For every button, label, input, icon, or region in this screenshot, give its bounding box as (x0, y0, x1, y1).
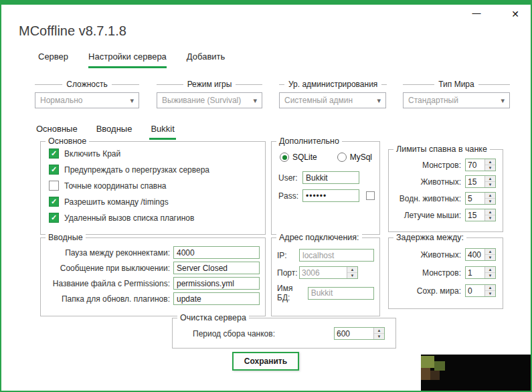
spinner-value[interactable]: 15 (466, 209, 484, 221)
update-folder-input[interactable]: update (173, 292, 260, 305)
checkbox-row-overload-warn[interactable]: ✓ Предупреждать о перегрузках сервера (49, 165, 265, 175)
spin-up-icon[interactable]: ▲ (485, 159, 495, 165)
field-label: Пауза между реконнектами: (46, 248, 173, 258)
monsters-delay-spinner[interactable]: 1 ▲ ▼ (465, 266, 496, 279)
spin-down-icon[interactable]: ▼ (485, 273, 495, 278)
spin-down-icon[interactable]: ▼ (485, 291, 495, 296)
radio-button[interactable] (280, 153, 289, 162)
minimize-icon[interactable]: — (470, 6, 482, 18)
checkbox[interactable]: ✓ (49, 165, 59, 175)
checkbox[interactable]: ✓ (49, 181, 59, 191)
checkbox[interactable]: ✓ (49, 213, 59, 223)
difficulty-select[interactable]: Нормально ▾ (35, 92, 139, 108)
checkbox-row-timings[interactable]: ✓ Разрешить команду /timings (49, 197, 265, 207)
checkbox[interactable]: ✓ (49, 197, 59, 207)
chevron-down-icon: ▾ (501, 96, 505, 105)
gamemode-value: Выживание (Survival) (162, 96, 241, 105)
spin-down-icon[interactable]: ▼ (374, 334, 384, 339)
spinner-value[interactable]: 3006 (300, 267, 347, 278)
spinner-value[interactable]: 600 (335, 328, 373, 339)
group-delays: Задержка между: Животных: 400 ▲ ▼ Монстр… (388, 237, 503, 309)
spinner-value[interactable]: 0 (466, 285, 484, 296)
animals-limit-spinner[interactable]: 15 ▲ ▼ (465, 175, 496, 188)
radio-sqlite[interactable]: SQLite (280, 153, 317, 162)
chunk-collect-spinner[interactable]: 600 ▲ ▼ (334, 327, 385, 340)
monsters-limit-spinner[interactable]: 70 ▲ ▼ (465, 159, 496, 171)
spin-up-icon[interactable]: ▲ (485, 249, 495, 255)
world-type-select[interactable]: Стандартный ▾ (403, 92, 510, 108)
spin-up-icon[interactable]: ▲ (347, 267, 357, 273)
checkbox-label: Разрешить команду /timings (64, 197, 169, 207)
spin-down-icon[interactable]: ▼ (485, 199, 495, 204)
spin-down-icon[interactable]: ▼ (485, 165, 495, 171)
checkbox-row-exact-spawn[interactable]: ✓ Точные координаты спавна (49, 181, 265, 191)
tab-server-settings[interactable]: Настройки сервера (88, 52, 167, 68)
radio-button[interactable] (337, 153, 347, 162)
animals-delay-spinner[interactable]: 400 ▲ ▼ (465, 248, 496, 261)
spinner-value[interactable]: 5 (466, 193, 484, 204)
water-animals-limit-spinner[interactable]: 5 ▲ ▼ (465, 192, 496, 205)
checkbox-row-remote-plugins[interactable]: ✓ Удаленный вызов списка плагинов (49, 213, 265, 223)
subtab-inputs[interactable]: Вводные (95, 124, 134, 140)
save-button[interactable]: Сохранить (232, 352, 299, 371)
limit-row-bats: Летучие мыши: 15 ▲ ▼ (389, 209, 496, 221)
spinner-value[interactable]: 1 (466, 267, 484, 278)
permissions-file-input[interactable]: permissions.yml (173, 277, 260, 290)
spin-up-icon[interactable]: ▲ (485, 209, 495, 215)
db-user-input[interactable]: Bukkit (302, 171, 359, 184)
db-password-input[interactable]: •••••• (302, 189, 359, 202)
spin-up-icon[interactable]: ▲ (485, 267, 495, 273)
spin-down-icon[interactable]: ▼ (485, 255, 495, 260)
db-name-input[interactable]: Bukkit (308, 287, 374, 300)
spinner-buttons: ▲ ▼ (484, 176, 495, 187)
bats-limit-spinner[interactable]: 15 ▲ ▼ (465, 209, 496, 221)
delay-row-monsters: Монстров: 1 ▲ ▼ (389, 266, 496, 279)
difficulty-value: Нормально (40, 96, 83, 105)
world-save-delay-spinner[interactable]: 0 ▲ ▼ (465, 284, 496, 297)
spinner-value[interactable]: 15 (466, 176, 484, 187)
spinner-value[interactable]: 70 (466, 159, 484, 171)
tab-server[interactable]: Сервер (38, 52, 68, 68)
spin-down-icon[interactable]: ▼ (347, 273, 357, 278)
spin-up-icon[interactable]: ▲ (374, 328, 384, 334)
shutdown-message-input[interactable]: Server Closed (173, 262, 260, 274)
checkbox-row-enable-end[interactable]: ✓ Включить Край (49, 149, 265, 159)
spin-up-icon[interactable]: ▲ (485, 285, 495, 291)
chunk-collect-label: Период сбора чанков: (193, 329, 275, 338)
field-row-permissions-file: Название файла с Permissions: permission… (46, 277, 260, 290)
checkbox[interactable]: ✓ (49, 149, 59, 159)
delay-row-world-save: Сохр. мира: 0 ▲ ▼ (389, 284, 496, 297)
spinner-buttons: ▲ ▼ (484, 159, 495, 171)
group-connection-address: Адрес подключения: IP: localhost Порт: 3… (271, 237, 380, 316)
world-type-group: Тип Мира Стандартный ▾ (403, 80, 510, 108)
spin-down-icon[interactable]: ▼ (485, 182, 495, 187)
radio-mysql[interactable]: MySql (337, 153, 372, 162)
spinner-value[interactable]: 400 (466, 249, 484, 260)
db-name-label: Имя БД: (277, 284, 308, 302)
pass-row: Pass: •••••• ✓ (278, 189, 379, 202)
checkbox-label: Точные координаты спавна (64, 181, 167, 191)
reconnect-pause-input[interactable]: 4000 (173, 246, 260, 259)
spin-up-icon[interactable]: ▲ (485, 176, 495, 182)
limit-label: Животных: (420, 177, 461, 187)
subtab-bukkit[interactable]: Bukkit (149, 124, 175, 140)
pixel-art-square (430, 371, 440, 380)
chevron-down-icon: ▾ (130, 96, 134, 105)
group-inputs: Вводные Пауза между реконнектами: 4000 С… (40, 237, 266, 316)
group-title: Лимиты спавна в чанке (393, 144, 490, 154)
port-label: Порт: (277, 268, 298, 278)
port-spinner[interactable]: 3006 ▲ ▼ (299, 266, 358, 279)
admin-level-select[interactable]: Системный админ ▾ (279, 92, 386, 108)
gamemode-select[interactable]: Выживание (Survival) ▾ (157, 92, 262, 108)
group-server-cleanup: Очистка сервера Период сбора чанков: 600… (172, 318, 396, 349)
tab-add[interactable]: Добавить (187, 52, 225, 68)
show-password-checkbox[interactable]: ✓ (366, 191, 375, 200)
spinner-buttons: ▲ ▼ (484, 285, 495, 296)
ip-input[interactable]: localhost (299, 249, 374, 262)
close-icon[interactable]: ✕ (509, 8, 521, 20)
spin-down-icon[interactable]: ▼ (485, 215, 495, 221)
check-icon: ✓ (51, 198, 57, 205)
spin-up-icon[interactable]: ▲ (485, 193, 495, 199)
checkbox-label: Предупреждать о перегрузках сервера (64, 165, 209, 175)
ip-label: IP: (277, 251, 287, 260)
